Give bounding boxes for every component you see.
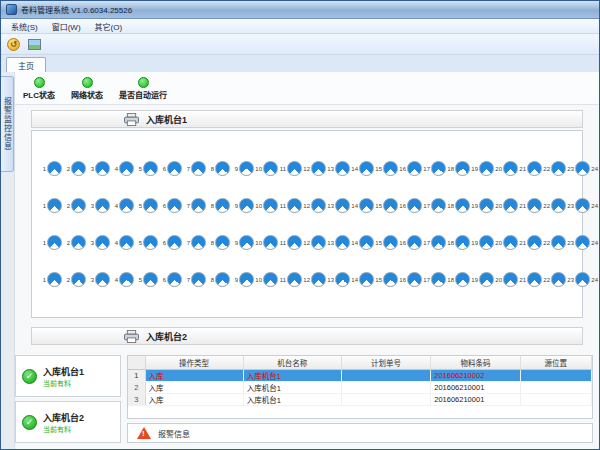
slot[interactable]: 22 (542, 272, 566, 287)
slot[interactable]: 23 (566, 235, 590, 250)
slot[interactable]: 23 (566, 161, 590, 176)
slot[interactable]: 3 (86, 161, 110, 176)
slot[interactable]: 3 (86, 198, 110, 213)
slot[interactable]: 7 (182, 235, 206, 250)
slot[interactable]: 2 (62, 161, 86, 176)
slot[interactable]: 7 (182, 272, 206, 287)
slot[interactable]: 16 (398, 272, 422, 287)
slot[interactable]: 23 (566, 272, 590, 287)
slot[interactable]: 11 (278, 235, 302, 250)
slot[interactable]: 8 (206, 161, 230, 176)
slot[interactable]: 13 (326, 272, 350, 287)
slot[interactable]: 5 (134, 161, 158, 176)
slot[interactable]: 1 (38, 198, 62, 213)
slot[interactable]: 4 (110, 272, 134, 287)
slot[interactable]: 2 (62, 235, 86, 250)
slot[interactable]: 16 (398, 235, 422, 250)
slot[interactable]: 11 (278, 161, 302, 176)
slot[interactable]: 24 (590, 198, 599, 213)
title-bar[interactable]: 卷料管理系统 V1.0.6034.25526 (1, 1, 599, 19)
slot[interactable]: 15 (374, 272, 398, 287)
slot[interactable]: 16 (398, 198, 422, 213)
slot[interactable]: 13 (326, 161, 350, 176)
slot[interactable]: 10 (254, 235, 278, 250)
slot[interactable]: 12 (302, 235, 326, 250)
slot[interactable]: 7 (182, 161, 206, 176)
slot[interactable]: 20 (494, 198, 518, 213)
table-row[interactable]: 1入库入库机台1201606210002 (128, 369, 592, 381)
slot[interactable]: 13 (326, 235, 350, 250)
table-row[interactable]: 3入库入库机台1201606210001 (128, 393, 592, 405)
menu-other[interactable]: 其它(O) (89, 20, 129, 33)
slot[interactable]: 6 (158, 272, 182, 287)
slot[interactable]: 7 (182, 198, 206, 213)
slot[interactable]: 11 (278, 198, 302, 213)
slot[interactable]: 21 (518, 161, 542, 176)
slot[interactable]: 15 (374, 198, 398, 213)
slot[interactable]: 1 (38, 272, 62, 287)
slot[interactable]: 10 (254, 198, 278, 213)
slot[interactable]: 6 (158, 161, 182, 176)
slot[interactable]: 17 (422, 272, 446, 287)
slot[interactable]: 5 (134, 272, 158, 287)
slot[interactable]: 19 (470, 272, 494, 287)
slot[interactable]: 2 (62, 198, 86, 213)
menu-window[interactable]: 窗口(W) (46, 20, 87, 33)
slot[interactable]: 4 (110, 235, 134, 250)
slot[interactable]: 12 (302, 161, 326, 176)
table-row[interactable]: 2入库入库机台1201606210001 (128, 381, 592, 393)
slot[interactable]: 5 (134, 198, 158, 213)
slot[interactable]: 20 (494, 161, 518, 176)
slot[interactable]: 19 (470, 198, 494, 213)
slot[interactable]: 8 (206, 198, 230, 213)
slot[interactable]: 14 (350, 235, 374, 250)
slot[interactable]: 16 (398, 161, 422, 176)
slot[interactable]: 24 (590, 235, 599, 250)
slot[interactable]: 10 (254, 161, 278, 176)
undo-button[interactable]: ↺ (5, 36, 22, 53)
slot[interactable]: 8 (206, 235, 230, 250)
slot[interactable]: 13 (326, 198, 350, 213)
slot[interactable]: 22 (542, 198, 566, 213)
slot[interactable]: 5 (134, 235, 158, 250)
slot[interactable]: 6 (158, 198, 182, 213)
slot[interactable]: 1 (38, 235, 62, 250)
slot[interactable]: 10 (254, 272, 278, 287)
slot[interactable]: 18 (446, 198, 470, 213)
machine1-print-button[interactable] (124, 113, 139, 126)
slot[interactable]: 9 (230, 198, 254, 213)
slot[interactable]: 1 (38, 161, 62, 176)
slot[interactable]: 21 (518, 272, 542, 287)
slot[interactable]: 14 (350, 272, 374, 287)
slot[interactable]: 24 (590, 272, 599, 287)
slot[interactable]: 18 (446, 235, 470, 250)
slot[interactable]: 22 (542, 161, 566, 176)
slot[interactable]: 9 (230, 161, 254, 176)
slot[interactable]: 19 (470, 161, 494, 176)
slot[interactable]: 3 (86, 235, 110, 250)
slot[interactable]: 17 (422, 161, 446, 176)
slot[interactable]: 3 (86, 272, 110, 287)
machine2-print-button[interactable] (124, 330, 139, 343)
slot[interactable]: 11 (278, 272, 302, 287)
slot[interactable]: 18 (446, 272, 470, 287)
side-dock-tab[interactable]: 报警监控信息 (1, 76, 14, 172)
slot[interactable]: 15 (374, 161, 398, 176)
slot[interactable]: 14 (350, 198, 374, 213)
slot[interactable]: 17 (422, 198, 446, 213)
slot[interactable]: 21 (518, 198, 542, 213)
slot[interactable]: 21 (518, 235, 542, 250)
slot[interactable]: 12 (302, 198, 326, 213)
menu-system[interactable]: 系统(S) (5, 20, 44, 33)
slot[interactable]: 9 (230, 272, 254, 287)
slot[interactable]: 4 (110, 161, 134, 176)
slot[interactable]: 22 (542, 235, 566, 250)
slot[interactable]: 12 (302, 272, 326, 287)
slot[interactable]: 9 (230, 235, 254, 250)
slot[interactable]: 20 (494, 235, 518, 250)
slot[interactable]: 14 (350, 161, 374, 176)
image-button[interactable] (26, 36, 43, 53)
slot[interactable]: 4 (110, 198, 134, 213)
slot[interactable]: 18 (446, 161, 470, 176)
slot[interactable]: 6 (158, 235, 182, 250)
